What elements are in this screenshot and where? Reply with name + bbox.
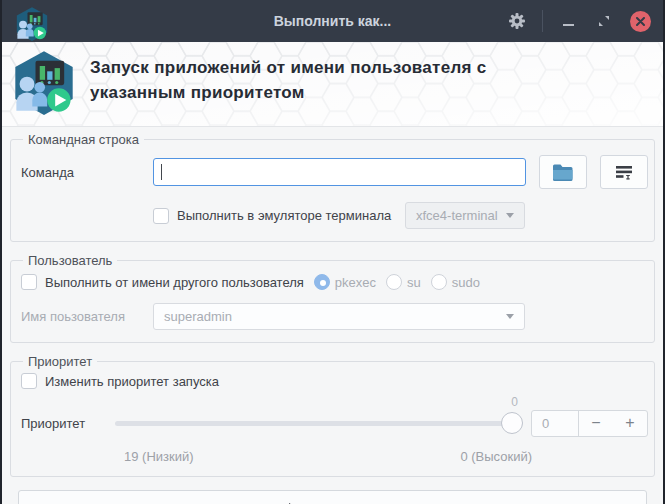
insert-text-icon [615,165,633,180]
main-content: Командная строка Команда [2,127,663,504]
restore-icon [598,15,610,27]
auth-method-radios: pkexec su sudo [314,274,480,290]
sudo-radio-label: sudo [452,275,480,290]
username-select-value: superadmin [164,309,232,324]
priority-high-label: 0 (Высокий) [460,449,532,464]
titlebar: Выполнить как... [2,0,663,42]
priority-range-labels: 19 (Низкий) 0 (Высокий) [21,449,648,464]
priority-group-legend: Приоритет [23,354,97,369]
spinbox-value: 0 [532,411,579,436]
terminal-checkbox[interactable] [153,208,169,224]
titlebar-separator [542,10,543,32]
slider-track[interactable] [115,421,523,426]
priority-slider[interactable]: 0 [115,409,523,437]
terminal-select-value: xfce4-terminal [416,208,498,223]
radio-item-sudo[interactable]: sudo [431,274,480,290]
restore-button[interactable] [593,10,615,32]
terminal-select[interactable]: xfce4-terminal [405,202,525,229]
command-group-legend: Командная строка [23,132,144,147]
minimize-button[interactable] [557,10,579,32]
app-logo-icon [14,5,50,43]
browse-file-button[interactable] [539,155,587,189]
pkexec-radio[interactable] [314,274,330,290]
username-select[interactable]: superadmin [153,303,525,330]
spin-decrement-button[interactable]: − [579,411,613,436]
user-group: Пользователь Выполнить от имени другого … [10,253,655,343]
settings-gear-button[interactable] [506,10,528,32]
user-group-legend: Пользователь [23,253,117,268]
close-button[interactable] [629,10,651,32]
spin-increment-button[interactable]: + [613,411,647,436]
priority-low-label: 19 (Низкий) [124,449,194,464]
change-priority-checkbox-label: Изменить приоритет запуска [45,374,219,389]
command-label: Команда [21,165,153,180]
slider-handle[interactable] [501,412,523,434]
su-radio-label: su [407,275,421,290]
command-input[interactable] [153,158,526,186]
chevron-down-icon [506,213,514,218]
run-button[interactable]: Запустить [18,490,647,504]
command-line-group: Командная строка Команда [10,132,655,242]
username-label: Имя поьзователя [21,309,153,324]
priority-spinbox: 0 − + [531,410,648,437]
pkexec-radio-label: pkexec [335,275,376,290]
close-icon [636,17,645,26]
insert-text-button[interactable] [600,155,648,189]
folder-icon [552,164,574,181]
other-user-checkbox[interactable] [21,274,37,290]
run-as-window: Выполнить как... [0,0,665,504]
slider-value-label: 0 [511,395,518,409]
app-logo-icon-large [10,48,78,118]
radio-item-su[interactable]: su [386,274,421,290]
terminal-checkbox-label: Выполнить в эмуляторе терминала [177,208,391,223]
priority-label: Приоритет [21,416,98,431]
header-banner: Запуск приложений от имени пользователя … [2,42,663,127]
change-priority-checkbox[interactable] [21,373,37,389]
minimize-icon [563,24,574,26]
sudo-radio[interactable] [431,274,447,290]
gear-icon [508,12,526,30]
text-caret [161,164,162,180]
other-user-checkbox-label: Выполнить от имени другого пользователя [45,275,304,290]
app-title: Запуск приложений от имени пользователя … [90,55,487,105]
su-radio[interactable] [386,274,402,290]
priority-group: Приоритет Изменить приоритет запуска При… [10,354,655,477]
run-button-label: Запустить [310,501,376,504]
radio-item-pkexec[interactable]: pkexec [314,274,376,290]
chevron-down-icon [506,314,514,319]
